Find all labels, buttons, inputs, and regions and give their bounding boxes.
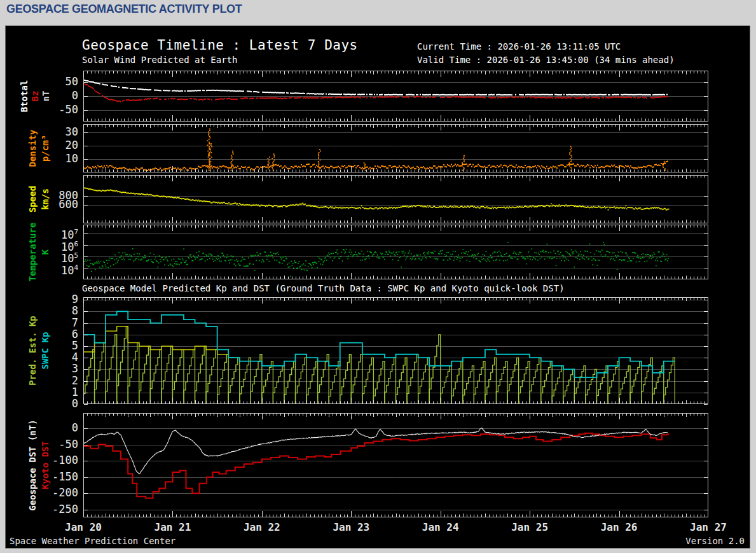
y-axis-label-dst: Geospace DST (nT) — [27, 419, 38, 510]
x-axis-label: Jan 23 — [322, 521, 380, 533]
y-tick-label-kp: 1 — [6, 386, 78, 398]
y-axis-label-kp: Pred. Est. Kp — [27, 316, 38, 386]
page-title: GEOSPACE GEOMAGNETIC ACTIVITY PLOT — [6, 3, 242, 16]
y-tick-label-kp: 7 — [6, 316, 78, 329]
y-tick-label-solar-wind-imf: 50 — [6, 75, 78, 88]
x-axis-label: Jan 21 — [144, 521, 201, 533]
y-tick-label-kp: 0 — [6, 397, 78, 410]
y-tick-label-kp: 9 — [6, 293, 78, 305]
y-axis-label-temperature: Temperature — [27, 223, 38, 282]
x-axis-label: Jan 22 — [233, 521, 291, 533]
x-axis-label: Jan 24 — [412, 521, 469, 533]
y-tick-label-kp: 8 — [6, 304, 78, 317]
footer-version: Version 2.0 — [685, 536, 745, 546]
plot-title: Geospace Timeline : Latest 7 Days — [82, 38, 358, 53]
y-axis-label-temperature: K — [40, 249, 50, 255]
geospace-plot: Geospace Timeline : Latest 7 Days Curren… — [5, 25, 750, 549]
y-axis-label-density: p/cm³ — [40, 135, 50, 162]
y-axis-label-solar-wind-imf: nT — [41, 91, 51, 102]
x-axis-label: Jan 20 — [55, 521, 112, 533]
footer-source: Space Weather Prediction Center — [10, 536, 175, 546]
y-axis-label-kp: SWPC Kp — [40, 332, 50, 369]
y-tick-label-dst: -250 — [6, 503, 78, 515]
x-axis-label: Jan 25 — [501, 521, 558, 533]
y-axis-label-dst: Kyoto DST — [40, 441, 50, 489]
plot-canvas — [83, 71, 708, 517]
solar-wind-subtitle: Solar Wind Predicted at Earth — [82, 55, 237, 65]
x-axis-label: Jan 26 — [591, 521, 648, 533]
y-axis-label-solar-wind-imf: Bz — [30, 91, 40, 102]
y-tick-label-solar-wind-imf: -50 — [6, 103, 78, 116]
valid-time: Valid Time : 2026-01-26 13:45:00 (34 min… — [417, 55, 675, 65]
y-tick-label-temperature: 104 — [6, 262, 78, 277]
y-tick-label-dst: 0 — [6, 421, 78, 434]
current-time: Current Time : 2026-01-26 13:11:05 UTC — [417, 41, 621, 52]
y-axis-label-speed: Speed — [27, 186, 38, 213]
y-axis-label-solar-wind-imf: Btotal — [19, 80, 29, 113]
x-axis-label: Jan 27 — [680, 521, 737, 533]
y-tick-label-kp: 2 — [6, 374, 78, 387]
y-axis-label-density: Density — [27, 129, 38, 167]
y-axis-label-speed: km/s — [40, 188, 50, 210]
